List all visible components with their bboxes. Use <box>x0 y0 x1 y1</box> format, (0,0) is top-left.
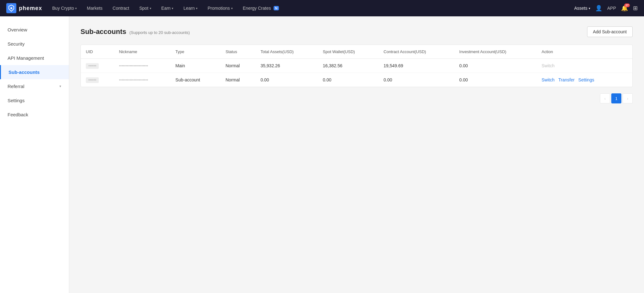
cell-spot-wallet: 16,382.56 <box>318 59 379 73</box>
col-total-assets: Total Assets(USD) <box>255 45 318 59</box>
pagination-page-1[interactable]: 1 <box>611 93 621 103</box>
cell-contract-account: 0.00 <box>379 73 454 87</box>
notification-badge: 27 <box>624 3 630 7</box>
referral-chevron-icon: ▾ <box>59 84 61 88</box>
main-layout: Overview Security API Management Sub-acc… <box>0 16 644 293</box>
page-title-group: Sub-accounts (Supports up to 20 sub-acco… <box>80 28 190 36</box>
user-icon[interactable]: 👤 <box>595 5 602 12</box>
cell-investment-account: 0.00 <box>454 59 537 73</box>
col-contract-account: Contract Account(USD) <box>379 45 454 59</box>
earn-chevron-icon: ▾ <box>172 7 173 10</box>
assets-button[interactable]: Assets ▾ <box>574 6 590 11</box>
nav-earn[interactable]: Earn ▾ <box>158 0 177 16</box>
table-header-row: UID Nickname Type Status Total Assets(US… <box>81 45 632 59</box>
cell-status: Normal <box>220 73 255 87</box>
action-transfer[interactable]: Transfer <box>558 77 575 82</box>
cell-uid: •••••• <box>81 59 114 73</box>
sidebar: Overview Security API Management Sub-acc… <box>0 16 69 293</box>
page-subtitle: (Supports up to 20 sub-accounts) <box>129 30 190 35</box>
sidebar-item-security[interactable]: Security <box>0 37 69 51</box>
add-sub-account-button[interactable]: Add Sub-account <box>587 26 633 37</box>
app-button[interactable]: APP <box>607 6 616 11</box>
nav-buy-crypto[interactable]: Buy Crypto ▾ <box>48 0 80 16</box>
nav-learn[interactable]: Learn ▾ <box>180 0 201 16</box>
sidebar-item-sub-accounts[interactable]: Sub-accounts <box>0 65 69 79</box>
table-row: •••••• •••••••••••••••••••••• Main Norma… <box>81 59 632 73</box>
table-row: •••••• •••••••••••••••••••••• Sub-accoun… <box>81 73 632 87</box>
cell-action: Switch <box>536 59 632 73</box>
nav-energy-crates[interactable]: Energy Crates N <box>239 0 283 16</box>
logo-text: phemex <box>19 5 42 12</box>
col-action: Action <box>536 45 632 59</box>
energy-crates-badge: N <box>274 6 279 10</box>
col-spot-wallet: Spot Wallet(USD) <box>318 45 379 59</box>
nav-spot[interactable]: Spot ▾ <box>136 0 155 16</box>
sidebar-item-feedback[interactable]: Feedback <box>0 108 69 122</box>
cell-total-assets: 35,932.26 <box>255 59 318 73</box>
nav-promotions[interactable]: Promotions ▾ <box>204 0 236 16</box>
cell-nickname: •••••••••••••••••••••• <box>114 73 170 87</box>
navbar-right: Assets ▾ 👤 APP 🔔 27 ⊞ <box>574 5 638 12</box>
nav-contract[interactable]: Contract <box>109 0 133 16</box>
col-uid: UID <box>81 45 114 59</box>
cell-type: Main <box>170 59 220 73</box>
col-nickname: Nickname <box>114 45 170 59</box>
sub-accounts-table: UID Nickname Type Status Total Assets(US… <box>80 45 633 87</box>
logo[interactable]: phemex <box>6 3 42 13</box>
action-switch[interactable]: Switch <box>541 77 554 82</box>
pagination: ‹ 1 › <box>80 93 633 103</box>
cell-nickname: •••••••••••••••••••••• <box>114 59 170 73</box>
cell-total-assets: 0.00 <box>255 73 318 87</box>
spot-chevron-icon: ▾ <box>150 7 151 10</box>
main-content: Sub-accounts (Supports up to 20 sub-acco… <box>69 16 644 293</box>
cell-type: Sub-account <box>170 73 220 87</box>
col-status: Status <box>220 45 255 59</box>
cell-status: Normal <box>220 59 255 73</box>
action-settings[interactable]: Settings <box>578 77 594 82</box>
grid-icon[interactable]: ⊞ <box>633 5 638 12</box>
sidebar-item-api-management[interactable]: API Management <box>0 51 69 65</box>
nav-markets[interactable]: Markets <box>83 0 106 16</box>
buy-crypto-chevron-icon: ▾ <box>75 7 77 10</box>
pagination-prev[interactable]: ‹ <box>600 93 610 103</box>
action-switch-disabled: Switch <box>541 63 554 68</box>
learn-chevron-icon: ▾ <box>196 7 197 10</box>
page-title: Sub-accounts <box>80 28 126 36</box>
cell-spot-wallet: 0.00 <box>318 73 379 87</box>
cell-investment-account: 0.00 <box>454 73 537 87</box>
cell-uid: •••••• <box>81 73 114 87</box>
col-type: Type <box>170 45 220 59</box>
navbar: phemex Buy Crypto ▾ Markets Contract Spo… <box>0 0 644 16</box>
svg-point-1 <box>10 7 12 9</box>
page-header: Sub-accounts (Supports up to 20 sub-acco… <box>80 26 633 37</box>
col-investment-account: Investment Account(USD) <box>454 45 537 59</box>
sidebar-item-settings[interactable]: Settings <box>0 93 69 108</box>
cell-contract-account: 19,549.69 <box>379 59 454 73</box>
sidebar-item-overview[interactable]: Overview <box>0 23 69 37</box>
cell-action: SwitchTransferSettings <box>536 73 632 87</box>
pagination-next[interactable]: › <box>623 93 633 103</box>
assets-chevron-icon: ▾ <box>589 7 590 10</box>
notification-icon[interactable]: 🔔 27 <box>621 5 628 12</box>
sidebar-item-referral[interactable]: Referral ▾ <box>0 79 69 93</box>
promotions-chevron-icon: ▾ <box>231 7 233 10</box>
